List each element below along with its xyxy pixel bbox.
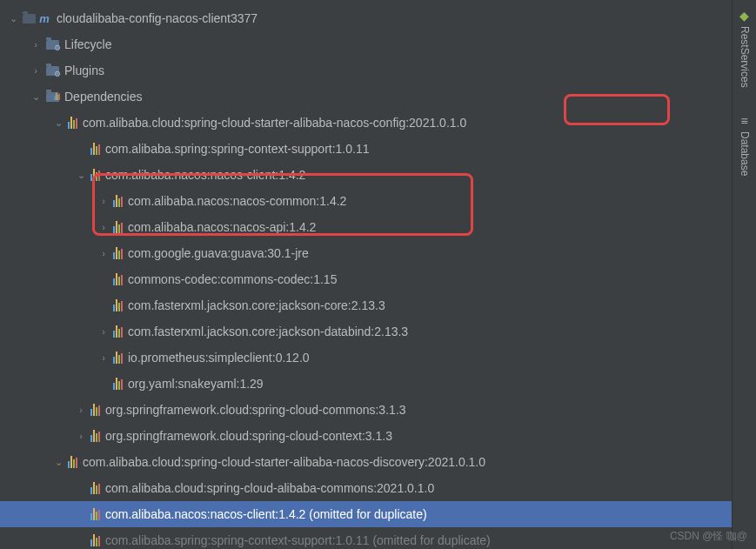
library-icon: [113, 299, 123, 311]
tab-database[interactable]: ≡ Database: [739, 114, 751, 176]
watermark: CSDN @怪 咖@: [670, 529, 747, 544]
tree-row[interactable]: ›org.springframework.cloud:spring-cloud-…: [0, 423, 732, 449]
chevron-down-icon[interactable]: ⌄: [7, 12, 19, 24]
tree-row[interactable]: ›⚙Plugins: [0, 57, 732, 84]
tree-row[interactable]: ›com.alibaba.nacos:nacos-client:1.4.2 (o…: [0, 501, 732, 527]
tree-row[interactable]: ›com.alibaba.spring:spring-context-suppo…: [0, 527, 732, 549]
chevron-down-icon[interactable]: ⌄: [75, 169, 87, 181]
chevron-right-icon[interactable]: ›: [30, 64, 42, 77]
tab-database-label: Database: [739, 131, 751, 176]
tree-node-label: org.yaml:snakeyaml:1.29: [128, 377, 264, 391]
tree-node-label: com.google.guava:guava:30.1-jre: [128, 246, 309, 260]
tree-row[interactable]: ›com.fasterxml.jackson.core:jackson-core…: [0, 292, 732, 318]
tree-node-label: com.fasterxml.jackson.core:jackson-datab…: [128, 325, 408, 338]
library-icon: [113, 351, 123, 364]
tree-row[interactable]: ›com.alibaba.nacos:nacos-common:1.4.2: [0, 188, 732, 214]
library-icon: [90, 169, 100, 181]
tree-row[interactable]: ⌄Dependencies: [0, 84, 732, 110]
folder-dependencies-icon: [45, 90, 59, 103]
library-icon: [90, 508, 100, 520]
chevron-down-icon[interactable]: ⌄: [30, 90, 42, 103]
tree-node-label: Plugins: [64, 64, 104, 77]
database-icon: ≡: [740, 114, 747, 128]
library-icon: [113, 247, 123, 259]
library-icon: [90, 404, 100, 416]
library-icon: [90, 534, 100, 546]
tree-row[interactable]: ›⚙Lifecycle: [0, 31, 732, 57]
tree-node-label: org.springframework.cloud:spring-cloud-c…: [105, 403, 405, 417]
tab-rest-services[interactable]: ◆ RestServices: [739, 9, 751, 88]
tree-row[interactable]: ›com.alibaba.spring:spring-context-suppo…: [0, 136, 732, 162]
tree-row[interactable]: ›com.fasterxml.jackson.core:jackson-data…: [0, 318, 732, 345]
tree-node-label: com.alibaba.nacos:nacos-client:1.4.2: [105, 168, 305, 182]
chevron-down-icon[interactable]: ⌄: [52, 117, 64, 129]
tree-row[interactable]: ›commons-codec:commons-codec:1.15: [0, 266, 732, 292]
right-tool-window-bar: ◆ RestServices ≡ Database: [732, 0, 756, 549]
tree-node-label: Dependencies: [64, 90, 143, 104]
tree-row[interactable]: ›com.alibaba.nacos:nacos-api:1.4.2: [0, 214, 732, 240]
maven-module-icon: m: [23, 11, 51, 25]
library-icon: [90, 143, 100, 155]
chevron-right-icon[interactable]: ›: [30, 38, 42, 50]
tree-node-label: Lifecycle: [64, 37, 111, 51]
tree-row[interactable]: ⌄com.alibaba.nacos:nacos-client:1.4.2: [0, 162, 732, 188]
library-icon: [113, 221, 123, 233]
tree-row[interactable]: ⌄mcloudalibaba-config-nacos-client3377: [0, 5, 732, 31]
tree-node-label: cloudalibaba-config-nacos-client3377: [57, 11, 258, 25]
tree-node-label: com.alibaba.spring:spring-context-suppor…: [105, 142, 370, 156]
tree-node-label: org.springframework.cloud:spring-cloud-c…: [105, 429, 392, 443]
tree-row[interactable]: ›org.springframework.cloud:spring-cloud-…: [0, 397, 732, 423]
tree-node-label: com.alibaba.spring:spring-context-suppor…: [105, 533, 491, 547]
tree-row[interactable]: ›com.alibaba.cloud:spring-cloud-alibaba-…: [0, 475, 732, 501]
folder-gear-icon: ⚙: [45, 38, 59, 50]
tab-rest-label: RestServices: [739, 26, 751, 88]
tree-row[interactable]: ⌄com.alibaba.cloud:spring-cloud-starter-…: [0, 449, 732, 475]
tree-container: ⌄mcloudalibaba-config-nacos-client3377›⚙…: [0, 5, 732, 549]
library-icon: [113, 273, 123, 285]
rest-icon: ◆: [739, 9, 749, 23]
tree-row[interactable]: ›org.yaml:snakeyaml:1.29: [0, 371, 732, 397]
chevron-right-icon[interactable]: ›: [97, 325, 110, 338]
chevron-right-icon[interactable]: ›: [75, 404, 87, 416]
tree-row[interactable]: ›io.prometheus:simpleclient:0.12.0: [0, 345, 732, 371]
tree-node-label: com.alibaba.nacos:nacos-client:1.4.2 (om…: [105, 507, 427, 521]
chevron-right-icon[interactable]: ›: [97, 351, 110, 364]
chevron-right-icon[interactable]: ›: [97, 221, 110, 233]
library-icon: [68, 117, 77, 129]
tree-row[interactable]: ⌄com.alibaba.cloud:spring-cloud-starter-…: [0, 110, 732, 136]
chevron-down-icon[interactable]: ⌄: [52, 456, 64, 468]
library-icon: [90, 482, 100, 494]
tree-node-label: io.prometheus:simpleclient:0.12.0: [128, 351, 310, 365]
library-icon: [113, 195, 123, 207]
library-icon: [113, 325, 123, 338]
tree-node-label: com.alibaba.cloud:spring-cloud-starter-a…: [83, 455, 485, 469]
chevron-right-icon[interactable]: ›: [97, 247, 110, 259]
chevron-right-icon[interactable]: ›: [97, 195, 110, 207]
library-icon: [68, 456, 77, 468]
library-icon: [113, 378, 123, 390]
tree-node-label: com.alibaba.cloud:spring-cloud-alibaba-c…: [105, 481, 434, 495]
library-icon: [90, 430, 100, 442]
tree-node-label: com.alibaba.nacos:nacos-api:1.4.2: [128, 220, 316, 234]
tree-node-label: com.alibaba.nacos:nacos-common:1.4.2: [128, 194, 346, 208]
tree-node-label: com.alibaba.cloud:spring-cloud-starter-a…: [83, 116, 466, 130]
dependency-tree-panel: ⌄mcloudalibaba-config-nacos-client3377›⚙…: [0, 0, 732, 549]
folder-gear-icon: ⚙: [45, 64, 59, 77]
chevron-right-icon[interactable]: ›: [75, 430, 87, 442]
tree-node-label: com.fasterxml.jackson.core:jackson-core:…: [128, 298, 385, 312]
tree-row[interactable]: ›com.google.guava:guava:30.1-jre: [0, 240, 732, 266]
tree-node-label: commons-codec:commons-codec:1.15: [128, 272, 337, 286]
